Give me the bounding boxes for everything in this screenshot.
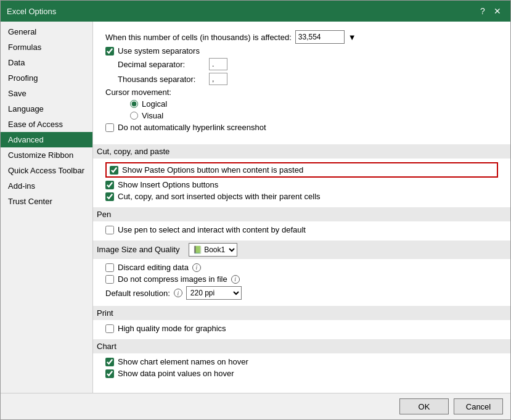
show-element-names-checkbox[interactable]: [105, 358, 114, 366]
cells-row: When this number of cells (in thousands)…: [105, 30, 498, 44]
sort-inserted-checkbox[interactable]: [105, 192, 114, 201]
help-button[interactable]: ?: [476, 4, 489, 18]
pen-header: Pen: [93, 207, 510, 221]
thousands-separator-input[interactable]: [209, 73, 227, 85]
default-resolution-row: Default resolution: i 220 ppi: [105, 286, 498, 300]
title-bar: Excel Options ? ✕: [1, 1, 510, 22]
print-header: Print: [93, 306, 510, 320]
sidebar-item-formulas[interactable]: Formulas: [1, 39, 92, 55]
decimal-separator-input[interactable]: [209, 58, 227, 70]
high-quality-checkbox[interactable]: [105, 324, 114, 333]
content-area: When this number of cells (in thousands)…: [93, 22, 510, 393]
sidebar-item-save[interactable]: Save: [1, 86, 92, 101]
resolution-info-icon: i: [174, 289, 182, 297]
cancel-button[interactable]: Cancel: [454, 398, 503, 414]
no-hyperlink-row: Do not automatically hyperlink screensho…: [105, 123, 498, 132]
show-data-point-label[interactable]: Show data point values on hover: [118, 369, 234, 378]
thousands-separator-label: Thousands separator:: [118, 75, 204, 84]
insert-options-row: Show Insert Options buttons: [105, 180, 498, 189]
sidebar-item-general[interactable]: General: [1, 24, 92, 39]
no-compress-label[interactable]: Do not compress images in file: [118, 274, 227, 284]
image-quality-header: Image Size and Quality 📗 Book1: [93, 241, 510, 259]
cells-input[interactable]: [295, 30, 345, 44]
sidebar-item-trust-center[interactable]: Trust Center: [1, 194, 92, 209]
decimal-separator-label: Decimal separator:: [118, 60, 204, 69]
sidebar-item-ease-of-access[interactable]: Ease of Access: [1, 117, 92, 132]
scrollable-content[interactable]: When this number of cells (in thousands)…: [93, 22, 510, 393]
paste-options-label[interactable]: Show Paste Options button when content i…: [122, 165, 303, 175]
cursor-movement-row: Cursor movement:: [105, 88, 498, 97]
cells-dropdown-arrow[interactable]: ▼: [348, 33, 356, 42]
chart-header: Chart: [93, 339, 510, 353]
sort-inserted-label[interactable]: Cut, copy, and sort inserted objects wit…: [118, 192, 321, 201]
decimal-separator-row: Decimal separator:: [118, 58, 498, 70]
visual-label[interactable]: Visual: [142, 111, 163, 120]
thousands-separator-row: Thousands separator:: [118, 73, 498, 85]
show-data-point-checkbox[interactable]: [105, 369, 114, 378]
title-bar-buttons: ? ✕: [476, 4, 504, 18]
sidebar-item-add-ins[interactable]: Add-ins: [1, 178, 92, 194]
image-quality-header-label: Image Size and Quality: [97, 245, 179, 254]
use-system-separators-checkbox[interactable]: [105, 47, 114, 56]
sidebar-item-proofing[interactable]: Proofing: [1, 70, 92, 86]
discard-info-icon: i: [192, 263, 201, 272]
sidebar-item-customize-ribbon[interactable]: Customize Ribbon: [1, 147, 92, 163]
close-button[interactable]: ✕: [491, 4, 504, 18]
cursor-movement-label: Cursor movement:: [105, 88, 171, 97]
visual-row: Visual: [130, 111, 498, 120]
insert-options-label[interactable]: Show Insert Options buttons: [118, 180, 218, 189]
logical-label[interactable]: Logical: [142, 99, 167, 109]
logical-radio[interactable]: [130, 100, 138, 108]
sidebar-item-advanced[interactable]: Advanced: [1, 132, 92, 147]
dialog-title: Excel Options: [7, 7, 56, 16]
cells-label: When this number of cells (in thousands)…: [105, 33, 292, 42]
discard-editing-checkbox[interactable]: [105, 263, 114, 272]
logical-row: Logical: [130, 99, 498, 109]
show-element-names-row: Show chart element names on hover: [105, 357, 498, 366]
use-system-separators-row: Use system separators: [105, 46, 498, 56]
dialog-body: General Formulas Data Proofing Save Lang…: [1, 22, 510, 393]
excel-options-dialog: Excel Options ? ✕ General Formulas Data …: [0, 0, 511, 420]
show-data-point-row: Show data point values on hover: [105, 369, 498, 378]
top-section: When this number of cells (in thousands)…: [105, 30, 498, 138]
no-compress-row: Do not compress images in file i: [105, 274, 498, 284]
pen-row: Use pen to select and interact with cont…: [105, 225, 498, 234]
paste-options-highlight-row: Show Paste Options button when content i…: [105, 162, 498, 178]
sidebar-item-data[interactable]: Data: [1, 55, 92, 70]
insert-options-checkbox[interactable]: [105, 181, 114, 189]
no-hyperlink-checkbox[interactable]: [105, 123, 114, 132]
use-system-separators-label[interactable]: Use system separators: [118, 46, 200, 56]
sort-inserted-row: Cut, copy, and sort inserted objects wit…: [105, 192, 498, 201]
no-compress-checkbox[interactable]: [105, 275, 114, 284]
high-quality-label[interactable]: High quality mode for graphics: [118, 324, 226, 333]
discard-editing-label[interactable]: Discard editing data: [118, 263, 189, 272]
sidebar-item-language[interactable]: Language: [1, 101, 92, 117]
visual-radio[interactable]: [130, 112, 138, 120]
book-dropdown[interactable]: 📗 Book1: [189, 243, 237, 257]
resolution-dropdown[interactable]: 220 ppi: [186, 286, 242, 300]
cut-copy-paste-header: Cut, copy, and paste: [93, 144, 510, 159]
sidebar: General Formulas Data Proofing Save Lang…: [1, 22, 93, 393]
no-compress-info-icon: i: [231, 275, 240, 284]
default-resolution-label: Default resolution:: [105, 289, 170, 298]
high-quality-row: High quality mode for graphics: [105, 324, 498, 333]
paste-options-checkbox[interactable]: [110, 166, 118, 175]
show-element-names-label[interactable]: Show chart element names on hover: [118, 357, 248, 366]
no-hyperlink-label[interactable]: Do not automatically hyperlink screensho…: [118, 123, 266, 132]
ok-button[interactable]: OK: [399, 398, 449, 414]
pen-checkbox[interactable]: [105, 226, 114, 234]
discard-editing-row: Discard editing data i: [105, 263, 498, 272]
sidebar-item-quick-access-toolbar[interactable]: Quick Access Toolbar: [1, 163, 92, 178]
pen-label[interactable]: Use pen to select and interact with cont…: [118, 225, 306, 234]
footer: OK Cancel: [1, 393, 510, 419]
